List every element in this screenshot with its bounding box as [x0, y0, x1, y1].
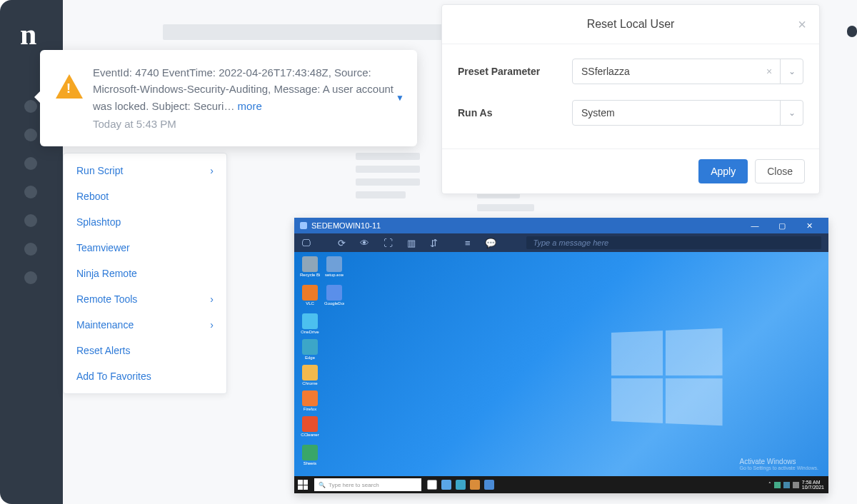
app-icon: [302, 256, 318, 272]
ctx-item-run-script[interactable]: Run Script›: [64, 158, 226, 183]
remote-desktop-screen[interactable]: Activate Windows Go to Settings to activ…: [294, 252, 828, 493]
maximize-button[interactable]: ▢: [768, 218, 796, 233]
chevron-right-icon: ›: [210, 293, 214, 305]
sidebar-nav: [24, 100, 37, 284]
ctx-item-add-to-favorites[interactable]: Add To Favorites: [64, 363, 226, 389]
icon-label: Edge: [300, 356, 320, 360]
chevron-down-icon[interactable]: ⌄: [780, 59, 803, 84]
taskbar-search[interactable]: 🔍 Type here to search: [314, 478, 421, 491]
store-icon[interactable]: [470, 480, 480, 490]
ctx-item-label: Add To Favorites: [76, 371, 151, 382]
windows-logo: [611, 328, 723, 426]
mail-icon[interactable]: [484, 480, 494, 490]
clock[interactable]: 7:58 AM 10/7/2021: [802, 480, 824, 490]
desktop-icon-onedrive[interactable]: OneDrive: [300, 313, 320, 334]
tray-icon[interactable]: [793, 482, 799, 488]
icon-label: Sheets: [300, 461, 320, 465]
ctx-item-label: Maintenance: [76, 319, 134, 331]
app-icon: [302, 285, 318, 301]
app-icon: [302, 339, 318, 355]
activate-sub: Go to Settings to activate Windows.: [740, 465, 819, 470]
minimize-button[interactable]: —: [741, 218, 768, 233]
modal-body: Preset Parameter SSferlazza × ⌄ Run As S…: [442, 44, 819, 148]
app-icon: [302, 365, 318, 380]
sidebar-nav-item[interactable]: [24, 214, 37, 227]
desktop-icon-setup-exe[interactable]: setup.exe: [324, 256, 344, 277]
tray-icon[interactable]: [774, 482, 781, 488]
preset-label: Preset Parameter: [458, 66, 572, 77]
cortana-icon[interactable]: [427, 480, 437, 490]
monitor-icon[interactable]: 🖵: [301, 238, 311, 248]
clear-icon[interactable]: ×: [758, 66, 780, 77]
desktop-icon-recycle-bin[interactable]: Recycle Bin: [300, 256, 320, 277]
more-link[interactable]: more: [238, 100, 262, 112]
host-icon: [300, 222, 307, 229]
chevron-down-icon[interactable]: ▼: [396, 93, 404, 103]
app-icon: [302, 313, 318, 329]
desktop-icon-vlc[interactable]: VLC: [300, 285, 320, 306]
icon-label: OneDrive: [300, 330, 320, 334]
sidebar-nav-item[interactable]: [24, 128, 37, 141]
close-button[interactable]: Close: [755, 159, 805, 183]
preset-select[interactable]: SSferlazza × ⌄: [572, 59, 803, 84]
reset-user-modal: Reset Local User × Preset Parameter SSfe…: [441, 4, 820, 194]
desktop-icon-googledocs[interactable]: GoogleDocs: [324, 285, 344, 306]
desktop-icon-ccleaner[interactable]: CCleaner: [300, 416, 320, 437]
message-input[interactable]: Type a message here: [526, 236, 821, 249]
ctx-item-reset-alerts[interactable]: Reset Alerts: [64, 338, 226, 363]
tooltip-pointer: [34, 90, 41, 104]
refresh-icon[interactable]: ⟳: [338, 238, 346, 248]
start-button[interactable]: [294, 476, 311, 493]
transfer-icon[interactable]: ⇵: [430, 238, 438, 248]
ctx-item-label: Reboot: [76, 191, 109, 202]
ctx-item-label: Run Script: [76, 165, 123, 176]
settings-icon[interactable]: ≡: [465, 238, 471, 248]
desktop-icon-edge[interactable]: Edge: [300, 339, 320, 360]
eye-icon[interactable]: 👁: [360, 238, 369, 248]
tray-icon[interactable]: [783, 482, 790, 488]
ctx-item-remote-tools[interactable]: Remote Tools›: [64, 286, 226, 312]
alert-tooltip: EventId: 4740 EventTime: 2022-04-26T17:4…: [40, 50, 417, 146]
explorer-icon[interactable]: [441, 480, 451, 490]
ctx-item-reboot[interactable]: Reboot: [64, 183, 226, 209]
clock-date: 10/7/2021: [802, 485, 824, 490]
context-menu: Run Script›RebootSplashtopTeamviewerNinj…: [63, 153, 227, 394]
edge-icon[interactable]: [456, 480, 466, 490]
chat-icon[interactable]: 💬: [485, 238, 496, 248]
apply-button[interactable]: Apply: [698, 159, 748, 183]
expand-icon[interactable]: ⛶: [384, 238, 393, 248]
warning-icon: [56, 64, 83, 132]
ctx-item-teamviewer[interactable]: Teamviewer: [64, 235, 226, 261]
ctx-item-splashtop[interactable]: Splashtop: [64, 209, 226, 235]
taskbar: 🔍 Type here to search ˄ 7:58 AM 10/7/202…: [294, 476, 828, 493]
modal-header: Reset Local User ×: [442, 5, 819, 44]
ctx-item-label: Ninja Remote: [76, 268, 137, 279]
app-icon: [302, 416, 318, 432]
layout-icon[interactable]: ▥: [407, 238, 416, 248]
chevron-down-icon[interactable]: ⌄: [780, 101, 803, 125]
tray-chevron-icon[interactable]: ˄: [768, 482, 771, 488]
taskbar-apps: [427, 480, 494, 490]
ctx-item-label: Teamviewer: [76, 242, 130, 253]
runas-label: Run As: [458, 107, 572, 119]
ctx-item-ninja-remote[interactable]: Ninja Remote: [64, 261, 226, 286]
alert-time: Today at 5:43 PM: [93, 116, 401, 132]
app-icon: [302, 445, 318, 460]
close-icon[interactable]: ×: [798, 16, 806, 33]
runas-select[interactable]: System ⌄: [572, 100, 803, 126]
desktop-icon-firefox[interactable]: Firefox: [300, 390, 320, 411]
sidebar-nav-item[interactable]: [24, 243, 37, 256]
ctx-item-maintenance[interactable]: Maintenance›: [64, 312, 226, 338]
sidebar-nav-item[interactable]: [24, 186, 37, 198]
desktop-icon-sheets[interactable]: Sheets: [300, 445, 320, 465]
desktop-icon-chrome[interactable]: Chrome: [300, 365, 320, 385]
sidebar-nav-item[interactable]: [24, 157, 37, 170]
icon-label: VLC: [300, 301, 320, 306]
icon-label: GoogleDocs: [324, 301, 344, 306]
system-tray[interactable]: ˄ 7:58 AM 10/7/2021: [768, 480, 828, 490]
icon-label: CCleaner: [300, 433, 320, 437]
search-placeholder: Type here to search: [329, 482, 379, 488]
close-button[interactable]: ✕: [796, 218, 823, 233]
app-icon: [302, 390, 318, 406]
sidebar-nav-item[interactable]: [24, 271, 37, 284]
